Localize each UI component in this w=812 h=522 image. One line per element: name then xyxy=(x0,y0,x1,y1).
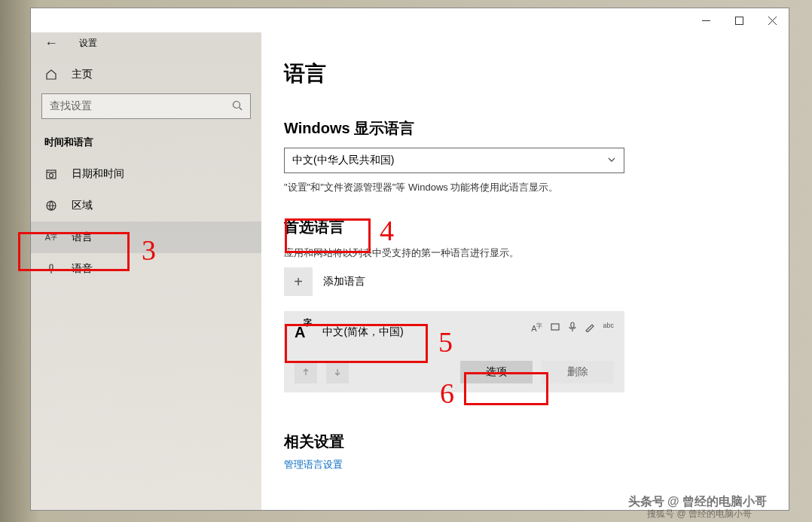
home-label: 主页 xyxy=(72,68,93,81)
settings-window: ← 设置 主页 查找设置 时间和语言 日期和时间 xyxy=(30,8,789,511)
abc-icon: abc xyxy=(603,322,614,334)
display-language-dropdown[interactable]: 中文(中华人民共和国) xyxy=(284,148,624,173)
plus-icon: + xyxy=(284,267,313,296)
search-input[interactable]: 查找设置 xyxy=(41,93,251,119)
display-lang-icon: A字 xyxy=(531,322,542,334)
preferred-language-helper: 应用和网站将以列表中受支持的第一种语言进行显示。 xyxy=(284,246,766,260)
maximize-button[interactable] xyxy=(728,10,749,31)
delete-button[interactable]: 删除 xyxy=(542,361,614,383)
home-icon xyxy=(44,68,58,81)
svg-rect-10 xyxy=(50,264,53,270)
svg-rect-11 xyxy=(551,324,559,330)
svg-rect-1 xyxy=(735,17,743,24)
minimize-button[interactable] xyxy=(695,10,716,31)
language-item-label: 中文(简体，中国) xyxy=(322,325,403,339)
chevron-down-icon xyxy=(607,154,616,166)
home-link[interactable]: 主页 xyxy=(31,60,261,89)
dropdown-value: 中文(中华人民共和国) xyxy=(292,154,394,167)
calendar-icon xyxy=(44,167,58,181)
pen-icon xyxy=(585,322,595,334)
back-button[interactable]: ← xyxy=(44,35,58,51)
language-icon: A字 xyxy=(44,230,58,244)
content-area: 语言 Windows 显示语言 中文(中华人民共和国) "设置"和"文件资源管理… xyxy=(261,32,789,510)
svg-rect-12 xyxy=(571,322,574,328)
sidebar-item-label: 语音 xyxy=(72,262,93,276)
sidebar-item-language[interactable]: A字 语言 xyxy=(31,221,261,253)
sidebar-item-label: 日期和时间 xyxy=(72,167,124,181)
app-label: 设置 xyxy=(79,37,97,50)
sidebar-item-datetime[interactable]: 日期和时间 xyxy=(31,158,261,190)
microphone-icon xyxy=(44,262,58,276)
close-button[interactable] xyxy=(762,10,783,31)
display-language-helper: "设置"和"文件资源管理器"等 Windows 功能将使用此语言显示。 xyxy=(284,181,766,194)
watermark-2: 搜狐号 @ 曾经的电脑小哥 xyxy=(647,508,752,520)
options-button[interactable]: 选项 xyxy=(460,361,533,383)
language-feature-icons: A字 abc xyxy=(531,322,614,334)
titlebar xyxy=(31,8,789,32)
tts-icon xyxy=(550,322,560,334)
svg-point-4 xyxy=(234,101,240,108)
related-settings-title: 相关设置 xyxy=(284,432,766,452)
move-down-button[interactable] xyxy=(326,361,349,383)
sidebar-item-label: 语言 xyxy=(72,230,93,244)
display-language-title: Windows 显示语言 xyxy=(284,118,766,139)
add-language-label: 添加语言 xyxy=(323,275,365,288)
sidebar-item-label: 区域 xyxy=(72,199,93,212)
globe-icon xyxy=(44,199,58,212)
search-placeholder: 查找设置 xyxy=(50,99,92,113)
search-icon xyxy=(232,100,243,113)
svg-point-8 xyxy=(50,174,53,178)
move-up-button[interactable] xyxy=(295,361,317,383)
category-label: 时间和语言 xyxy=(31,130,261,158)
manage-language-link[interactable]: 管理语言设置 xyxy=(284,458,766,472)
language-item[interactable]: A字 中文(简体，中国) A字 abc xyxy=(284,311,624,392)
svg-line-5 xyxy=(240,107,243,110)
language-glyph-icon: A字 xyxy=(295,323,313,341)
preferred-language-title: 首选语言 xyxy=(284,217,766,237)
sidebar-item-region[interactable]: 区域 xyxy=(31,190,261,221)
page-title: 语言 xyxy=(284,60,766,88)
mic-icon xyxy=(568,322,577,334)
sidebar: ← 设置 主页 查找设置 时间和语言 日期和时间 xyxy=(31,32,261,510)
sidebar-item-speech[interactable]: 语音 xyxy=(31,253,261,285)
add-language-button[interactable]: + 添加语言 xyxy=(284,267,766,296)
